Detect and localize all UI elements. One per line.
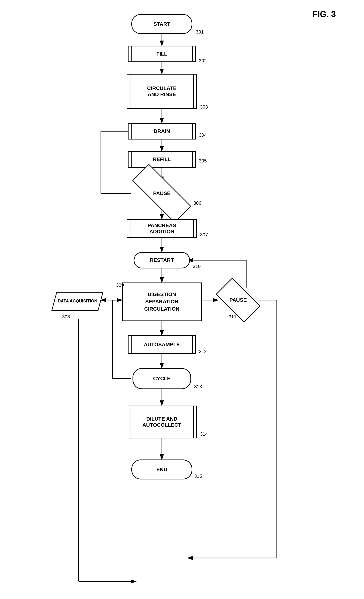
digestion-node: DIGESTION SEPARATION CIRCULATION (122, 282, 202, 321)
autosample-label: AUTOSAMPLE (144, 342, 180, 348)
circulate-rinse-ref: 303 (200, 104, 208, 110)
cycle-node: CYCLE (133, 368, 191, 389)
fill-ref: 302 (199, 58, 207, 63)
restart-label: RESTART (150, 257, 174, 263)
end-label: END (156, 467, 167, 473)
circulate-rinse-label: CIRCULATE AND RINSE (147, 85, 176, 97)
flowchart-diagram: FIG. 3 (0, 0, 364, 599)
data-acquisition-label: DATA ACQUISITION (58, 299, 97, 304)
pancreas-addition-ref: 307 (200, 232, 208, 238)
restart-node: RESTART (134, 252, 190, 268)
end-ref: 315 (194, 474, 202, 479)
drain-label: DRAIN (154, 128, 170, 134)
figure-label: FIG. 3 (312, 9, 336, 19)
pause1-label: PAUSE (153, 190, 170, 196)
pause2-ref: 311 (229, 314, 236, 319)
autosample-ref: 312 (199, 349, 207, 354)
pancreas-addition-node: PANCREAS ADDITION (127, 219, 197, 238)
dilute-autocollect-node: DILUTE AND AUTOCOLLECT (127, 405, 197, 438)
dilute-autocollect-ref: 314 (200, 431, 208, 437)
dilute-autocollect-label: DILUTE AND AUTOCOLLECT (142, 416, 181, 428)
cycle-label: CYCLE (153, 376, 171, 382)
drain-node: DRAIN (128, 123, 196, 140)
end-node: END (131, 459, 192, 479)
autosample-node: AUTOSAMPLE (128, 335, 196, 354)
fill-node: FILL (128, 46, 196, 62)
digestion-label: DIGESTION SEPARATION CIRCULATION (144, 291, 179, 313)
pause1-node: PAUSE (132, 182, 192, 205)
refill-node: REFILL (128, 151, 196, 168)
data-acquisition-ref: 308 (62, 314, 70, 319)
restart-ref: 310 (193, 264, 201, 269)
cycle-ref: 313 (194, 384, 202, 389)
circulate-rinse-node: CIRCULATE AND RINSE (127, 74, 197, 109)
data-acquisition-node: DATA ACQUISITION (54, 292, 101, 311)
fill-label: FILL (156, 51, 167, 57)
pause2-node: PAUSE (218, 288, 258, 312)
digestion-ref: 309 (116, 282, 124, 288)
start-label: START (153, 21, 170, 27)
start-node: START (131, 14, 192, 34)
refill-label: REFILL (153, 156, 171, 162)
pancreas-addition-label: PANCREAS ADDITION (148, 222, 176, 235)
pause2-label: PAUSE (229, 297, 247, 303)
refill-ref: 305 (199, 158, 207, 164)
drain-ref: 304 (199, 132, 207, 138)
start-ref: 301 (196, 29, 204, 35)
pause1-ref: 306 (194, 201, 201, 206)
